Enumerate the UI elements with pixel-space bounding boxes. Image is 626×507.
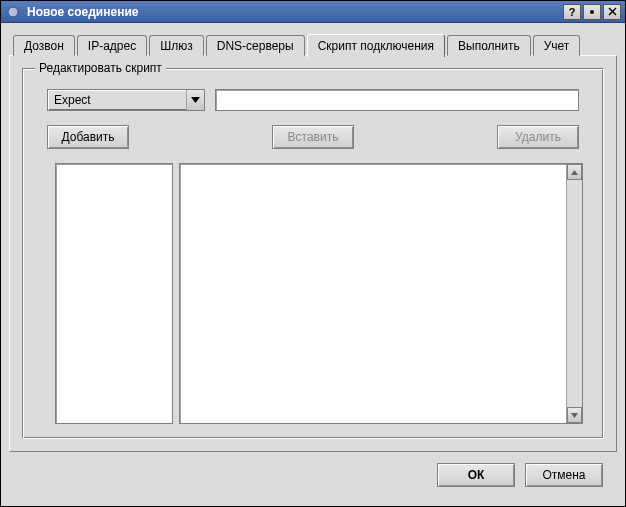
argument-list[interactable]: [179, 163, 583, 424]
edit-script-group: Редактировать скрипт Expect Добавить Вст…: [22, 68, 604, 439]
ok-button[interactable]: ОК: [437, 463, 515, 487]
script-lists: [37, 163, 589, 424]
script-entry-row: Expect: [37, 89, 589, 111]
scroll-up-icon[interactable]: [567, 164, 582, 180]
argument-input[interactable]: [215, 89, 579, 111]
insert-button[interactable]: Вставить: [272, 125, 354, 149]
tab-script[interactable]: Скрипт подключения: [307, 34, 445, 57]
window-title: Новое соединение: [27, 5, 563, 19]
group-title: Редактировать скрипт: [35, 61, 166, 75]
spacer-button[interactable]: [583, 4, 601, 20]
tab-panel: Редактировать скрипт Expect Добавить Вст…: [9, 55, 617, 452]
scroll-down-icon[interactable]: [567, 407, 582, 423]
window: Новое соединение ? Дозвон IP-адрес Шлюз …: [0, 0, 626, 507]
scroll-track[interactable]: [567, 180, 582, 407]
app-icon: [5, 4, 21, 20]
svg-marker-4: [191, 97, 200, 103]
scrollbar[interactable]: [566, 164, 582, 423]
command-list[interactable]: [55, 163, 173, 424]
add-button[interactable]: Добавить: [47, 125, 129, 149]
delete-button[interactable]: Удалить: [497, 125, 579, 149]
help-button[interactable]: ?: [563, 4, 581, 20]
chevron-down-icon: [186, 90, 204, 110]
cancel-button[interactable]: Отмена: [525, 463, 603, 487]
titlebar: Новое соединение ?: [1, 1, 625, 23]
script-buttons-row: Добавить Вставить Удалить: [37, 125, 589, 163]
tab-dialup[interactable]: Дозвон: [13, 35, 75, 56]
svg-point-0: [8, 7, 18, 17]
svg-point-1: [590, 10, 594, 14]
dot-icon: [588, 8, 596, 16]
window-buttons: ?: [563, 4, 621, 20]
svg-marker-5: [571, 170, 578, 175]
tab-execute[interactable]: Выполнить: [447, 35, 531, 56]
tab-dns[interactable]: DNS-серверы: [206, 35, 305, 56]
tab-gateway[interactable]: Шлюз: [149, 35, 204, 56]
tab-accounting[interactable]: Учет: [533, 35, 581, 56]
dialog-footer: ОК Отмена: [9, 452, 617, 498]
close-button[interactable]: [603, 4, 621, 20]
tabs: Дозвон IP-адрес Шлюз DNS-серверы Скрипт …: [9, 31, 617, 55]
close-icon: [608, 7, 617, 16]
content: Дозвон IP-адрес Шлюз DNS-серверы Скрипт …: [1, 23, 625, 506]
command-combo[interactable]: Expect: [47, 89, 205, 111]
svg-marker-6: [571, 413, 578, 418]
tab-ip[interactable]: IP-адрес: [77, 35, 147, 56]
command-combo-value: Expect: [48, 90, 186, 110]
